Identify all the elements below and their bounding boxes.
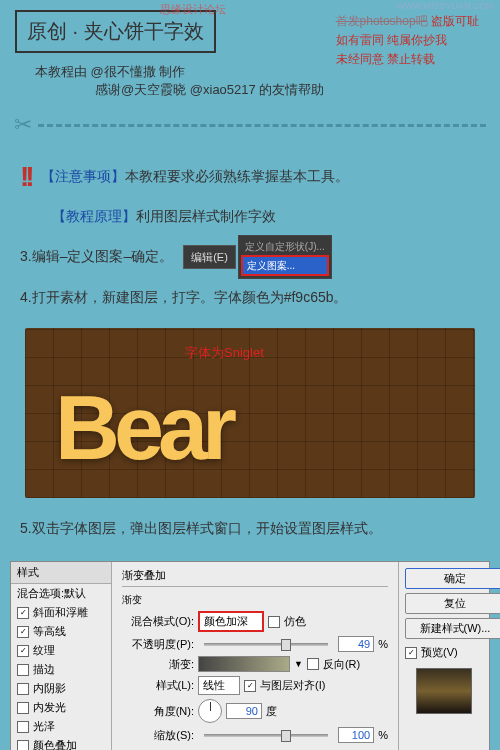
exclaim-icon: !! — [20, 156, 31, 198]
edit-menu-button[interactable]: 编辑(E) — [183, 245, 236, 270]
scissor-icon: ✂ — [14, 112, 32, 138]
step3-text: 3.编辑–定义图案–确定。 — [20, 248, 173, 264]
style-label: 样式(L): — [122, 678, 194, 693]
scale-input[interactable]: 100 — [338, 727, 374, 743]
style-row[interactable]: 内阴影 — [11, 679, 111, 698]
author-text: 本教程由 @很不懂撒 制作 — [35, 64, 185, 79]
align-checkbox[interactable]: ✓ — [244, 680, 256, 692]
font-annotation: 字体为Sniglet — [185, 344, 264, 362]
step5-text: 5.双击字体图层，弹出图层样式窗口，开始设置图层样式。 — [20, 518, 480, 539]
preview-swatch — [416, 668, 472, 714]
angle-input[interactable]: 90 — [226, 703, 262, 719]
gradient-picker[interactable] — [198, 656, 290, 672]
style-row[interactable]: 颜色叠加 — [11, 736, 111, 750]
notice-label: 【注意事项】 — [41, 168, 125, 184]
warning-block: 首发photoshop吧 盗版可耻 如有雷同 纯属你抄我 未经同意 禁止转载 — [336, 12, 479, 70]
scale-slider[interactable] — [204, 734, 328, 737]
cancel-button[interactable]: 复位 — [405, 593, 500, 614]
blend-label: 混合模式(O): — [122, 614, 194, 629]
style-row[interactable]: 内发光 — [11, 698, 111, 717]
new-style-button[interactable]: 新建样式(W)... — [405, 618, 500, 639]
panel-title: 渐变叠加 — [122, 568, 388, 587]
scale-label: 缩放(S): — [122, 728, 194, 743]
gradient-label: 渐变: — [122, 657, 194, 672]
preview-checkbox[interactable]: ✓ — [405, 647, 417, 659]
step4-text: 4.打开素材，新建图层，打字。字体颜色为#f9c65b。 — [20, 287, 480, 308]
principle-text: 利用图层样式制作字效 — [136, 208, 276, 224]
style-row[interactable]: ✓等高线 — [11, 622, 111, 641]
menu-item-shape[interactable]: 定义自定形状(J)... — [241, 238, 329, 255]
reverse-checkbox[interactable] — [307, 658, 319, 670]
opacity-slider[interactable] — [204, 643, 328, 646]
example-image: 字体为Sniglet Bear — [25, 328, 475, 498]
style-row[interactable]: 描边 — [11, 660, 111, 679]
style-row[interactable]: 混合选项:默认 — [11, 584, 111, 603]
ok-button[interactable]: 确定 — [405, 568, 500, 589]
layer-style-dialog: 样式 混合选项:默认✓斜面和浮雕✓等高线✓纹理描边内阴影内发光光泽颜色叠加✓渐变… — [10, 561, 490, 750]
angle-dial[interactable] — [198, 699, 222, 723]
source-url: WWW.MISSYUAN.COM — [396, 1, 494, 11]
top-watermark: 思缘设计论坛 — [160, 2, 226, 17]
style-row[interactable]: ✓斜面和浮雕 — [11, 603, 111, 622]
menu-item-pattern[interactable]: 定义图案... — [241, 255, 329, 276]
notice-text: 本教程要求必须熟练掌握基本工具。 — [125, 168, 349, 184]
opacity-input[interactable]: 49 — [338, 636, 374, 652]
thanks-text: 感谢@天空霞晓 @xiao5217 的友情帮助 — [95, 81, 324, 99]
opacity-label: 不透明度(P): — [122, 637, 194, 652]
angle-label: 角度(N): — [122, 704, 194, 719]
dropdown-menu: 定义自定形状(J)... 定义图案... — [238, 235, 332, 279]
styles-header: 样式 — [11, 562, 111, 584]
style-select[interactable]: 线性 — [198, 676, 240, 695]
dither-checkbox[interactable] — [268, 616, 280, 628]
blend-mode-select[interactable]: 颜色加深 — [198, 611, 264, 632]
principle-label: 【教程原理】 — [52, 208, 136, 224]
divider: ✂ — [0, 108, 500, 142]
sub-heading: 渐变 — [122, 593, 388, 607]
style-row[interactable]: ✓纹理 — [11, 641, 111, 660]
style-row[interactable]: 光泽 — [11, 717, 111, 736]
bear-text: Bear — [55, 377, 231, 480]
